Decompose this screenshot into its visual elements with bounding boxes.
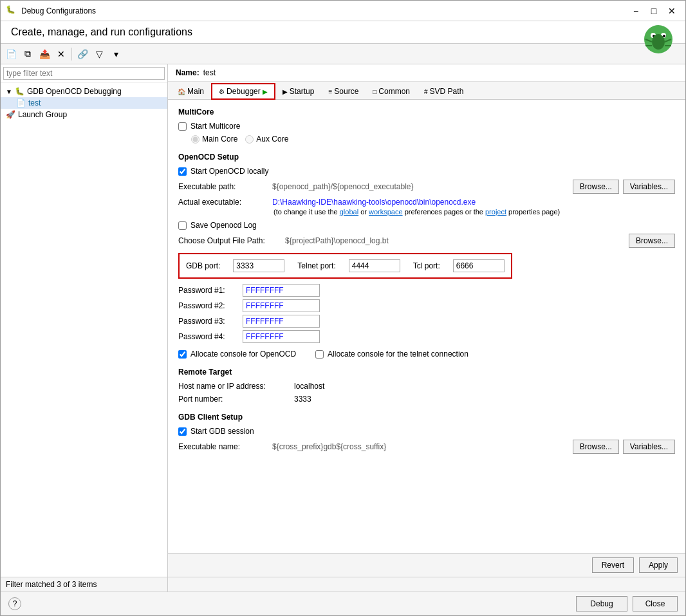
main-panel: Name: test 🏠 Main ⚙ Debugger ▶ ▶ Startup: [168, 64, 685, 577]
tab-source-label: Source: [334, 87, 358, 96]
sidebar-filter-input[interactable]: [3, 67, 165, 80]
password-2-input[interactable]: [243, 299, 320, 312]
gdb-variables-button[interactable]: Variables...: [623, 440, 675, 454]
sidebar-tree: ▼ 🐛 GDB OpenOCD Debugging 📄 test 🚀 Launc…: [1, 83, 167, 577]
svd-tab-icon: #: [424, 88, 428, 95]
delete-button[interactable]: ✕: [53, 46, 69, 62]
exe-variables-button[interactable]: Variables...: [623, 180, 675, 194]
bottom-bar: Revert Apply: [168, 553, 685, 577]
project-link[interactable]: project: [485, 208, 506, 216]
name-value: test: [203, 68, 216, 77]
sidebar-item-gdb-openocd[interactable]: ▼ 🐛 GDB OpenOCD Debugging: [1, 86, 167, 97]
filter-status: Filter matched 3 of 3 items: [1, 577, 168, 592]
tab-startup[interactable]: ▶ Startup: [275, 83, 322, 99]
gdb-browse-button[interactable]: Browse...: [573, 440, 619, 454]
start-locally-label: Start OpenOCD locally: [190, 167, 268, 176]
filter-button[interactable]: ▽: [91, 46, 107, 62]
start-gdb-label: Start GDB session: [190, 427, 254, 436]
allocate-telnet-row: Allocate console for the telnet connecti…: [315, 350, 468, 359]
gdb-client-heading: GDB Client Setup: [178, 413, 675, 422]
tab-svd-path[interactable]: # SVD Path: [417, 83, 470, 99]
sidebar-item-launch-group[interactable]: 🚀 Launch Group: [1, 109, 167, 120]
start-multicore-checkbox[interactable]: [178, 122, 187, 131]
config-icon: 📄: [16, 98, 26, 107]
tab-main-label: Main: [187, 87, 204, 96]
filter-status-text: Filter matched 3 of 3 items: [6, 580, 97, 589]
maximize-button[interactable]: □: [645, 5, 662, 17]
host-row: Host name or IP address: localhost: [178, 382, 675, 391]
minimize-button[interactable]: −: [627, 5, 644, 17]
password-2-label: Password #2:: [178, 301, 243, 310]
close-window-button[interactable]: ✕: [663, 5, 680, 17]
allocate-openocd-checkbox[interactable]: [178, 350, 187, 359]
sidebar-filter-container: [1, 64, 167, 83]
output-file-value: ${projectPath}\openocd_log.bt: [285, 236, 625, 245]
tab-main[interactable]: 🏠 Main: [171, 83, 211, 99]
host-label: Host name or IP address:: [178, 382, 294, 391]
telnet-port-input[interactable]: [349, 259, 400, 272]
main-core-label: Main Core: [202, 135, 237, 144]
window: 🐛 Debug Configurations − □ ✕ Create, man…: [0, 0, 686, 616]
debug-button[interactable]: Debug: [576, 596, 627, 611]
output-browse-button[interactable]: Browse...: [629, 234, 675, 248]
duplicate-button[interactable]: ⧉: [20, 46, 35, 62]
password-1-input[interactable]: [243, 284, 320, 297]
password-4-input[interactable]: [243, 330, 320, 343]
start-locally-row: Start OpenOCD locally: [178, 167, 675, 176]
new-config-button[interactable]: 📄: [3, 46, 19, 62]
tab-bar: 🏠 Main ⚙ Debugger ▶ ▶ Startup ≡ Source: [168, 82, 685, 100]
start-locally-checkbox[interactable]: [178, 167, 187, 176]
start-multicore-label: Start Multicore: [190, 122, 240, 131]
sidebar-item-test[interactable]: 📄 test: [1, 97, 167, 109]
common-tab-icon: □: [373, 88, 376, 95]
gdb-port-input[interactable]: [233, 259, 284, 272]
gdb-port-label: GDB port:: [186, 261, 220, 270]
remote-target-heading: Remote Target: [178, 368, 675, 377]
panel-content: MultiCore Start Multicore Main Core Aux …: [168, 100, 685, 553]
run-icon: ▶: [263, 88, 268, 95]
openocd-setup-section: OpenOCD Setup Start OpenOCD locally Exec…: [178, 153, 675, 359]
tab-debugger[interactable]: ⚙ Debugger ▶: [211, 83, 275, 100]
allocate-telnet-label: Allocate console for the telnet connecti…: [328, 350, 468, 359]
console-row: Allocate console for OpenOCD Allocate co…: [178, 350, 675, 359]
header-title: Create, manage, and run configurations: [11, 26, 192, 37]
output-file-row: Choose Output File Path: ${projectPath}\…: [178, 234, 675, 248]
actual-exe-label: Actual executable:: [178, 198, 268, 207]
port-number-value: 3333: [294, 395, 311, 404]
tab-source[interactable]: ≡ Source: [321, 83, 366, 99]
aux-core-radio[interactable]: [245, 135, 254, 144]
start-gdb-row: Start GDB session: [178, 427, 675, 436]
apply-button[interactable]: Apply: [639, 557, 678, 573]
sidebar-item-launch-label: Launch Group: [18, 110, 67, 119]
output-file-label: Choose Output File Path:: [178, 236, 281, 245]
menu-button[interactable]: ▾: [108, 46, 124, 62]
exe-browse-button[interactable]: Browse...: [573, 180, 619, 194]
workspace-link[interactable]: workspace: [369, 208, 403, 216]
tab-debugger-label: Debugger: [227, 87, 261, 96]
help-button[interactable]: ?: [8, 597, 21, 610]
save-log-checkbox[interactable]: [178, 221, 187, 230]
export-button[interactable]: 📤: [37, 46, 52, 62]
main-core-radio[interactable]: [191, 135, 199, 144]
password-3-input[interactable]: [243, 315, 320, 328]
gdb-client-section: GDB Client Setup Start GDB session Execu…: [178, 413, 675, 454]
telnet-port-label: Telnet port:: [297, 261, 335, 270]
host-value: localhost: [294, 382, 324, 391]
tab-common[interactable]: □ Common: [366, 83, 417, 99]
passwords-section: Password #1: Password #2: Password #3:: [178, 284, 675, 343]
link-button[interactable]: 🔗: [75, 46, 90, 62]
exe-note: (to change it use the global or workspac…: [273, 208, 675, 216]
footer-close-button[interactable]: Close: [633, 596, 678, 611]
content-area: ▼ 🐛 GDB OpenOCD Debugging 📄 test 🚀 Launc…: [1, 64, 685, 577]
tcl-port-input[interactable]: [453, 259, 505, 272]
tab-common-label: Common: [378, 87, 410, 96]
password-1-row: Password #1:: [178, 284, 675, 297]
start-gdb-checkbox[interactable]: [178, 427, 187, 436]
password-3-row: Password #3:: [178, 315, 675, 328]
revert-button[interactable]: Revert: [592, 557, 634, 573]
sidebar-item-test-label: test: [28, 98, 41, 107]
debugger-tab-icon: ⚙: [219, 88, 225, 95]
startup-tab-icon: ▶: [283, 88, 288, 95]
allocate-telnet-checkbox[interactable]: [315, 350, 324, 359]
global-link[interactable]: global: [340, 208, 358, 216]
